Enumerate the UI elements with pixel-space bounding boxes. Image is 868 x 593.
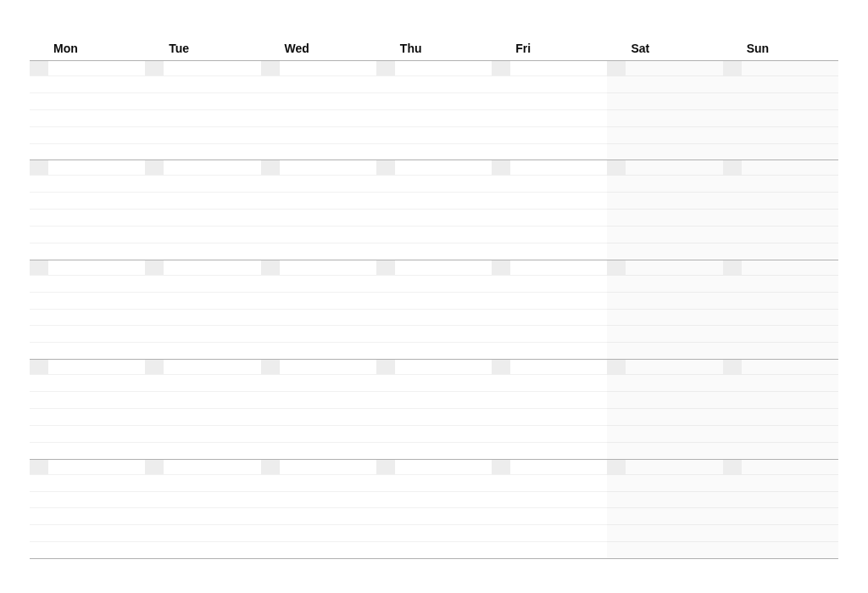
calendar-event-slot[interactable] (723, 541, 838, 542)
calendar-day-cell[interactable] (492, 460, 607, 558)
calendar-day-cell[interactable] (723, 61, 838, 159)
calendar-event-slot[interactable] (607, 309, 722, 310)
calendar-event-slot[interactable] (30, 143, 145, 144)
calendar-event-slot[interactable] (492, 109, 607, 110)
calendar-event-slot[interactable] (723, 209, 838, 210)
calendar-day-body[interactable] (261, 76, 376, 159)
calendar-day-cell[interactable] (145, 160, 260, 259)
calendar-event-slot[interactable] (261, 507, 376, 508)
calendar-day-cell[interactable] (261, 260, 376, 359)
calendar-event-slot[interactable] (30, 309, 145, 310)
calendar-day-cell[interactable] (261, 61, 376, 159)
calendar-event-slot[interactable] (492, 442, 607, 443)
calendar-event-slot[interactable] (723, 391, 838, 392)
calendar-event-slot[interactable] (30, 541, 145, 542)
calendar-day-body[interactable] (145, 276, 260, 359)
calendar-day-body[interactable] (376, 375, 492, 458)
calendar-day-cell[interactable] (723, 360, 838, 458)
calendar-event-slot[interactable] (376, 143, 492, 144)
calendar-event-slot[interactable] (145, 342, 260, 343)
calendar-day-body[interactable] (376, 176, 492, 259)
calendar-event-slot[interactable] (261, 243, 376, 243)
calendar-event-slot[interactable] (723, 226, 838, 227)
calendar-event-slot[interactable] (376, 541, 492, 542)
calendar-event-slot[interactable] (30, 92, 145, 93)
calendar-event-slot[interactable] (607, 126, 722, 127)
calendar-event-slot[interactable] (145, 524, 260, 525)
calendar-day-body[interactable] (145, 76, 260, 159)
calendar-event-slot[interactable] (376, 126, 492, 127)
calendar-event-slot[interactable] (145, 243, 260, 243)
calendar-event-slot[interactable] (30, 425, 145, 426)
calendar-day-body[interactable] (492, 276, 607, 359)
calendar-day-cell[interactable] (607, 460, 722, 558)
calendar-event-slot[interactable] (723, 109, 838, 110)
calendar-event-slot[interactable] (723, 442, 838, 443)
calendar-event-slot[interactable] (492, 126, 607, 127)
calendar-event-slot[interactable] (492, 541, 607, 542)
calendar-day-body[interactable] (145, 475, 260, 558)
calendar-event-slot[interactable] (30, 342, 145, 343)
calendar-day-body[interactable] (607, 276, 722, 359)
calendar-day-cell[interactable] (30, 260, 145, 359)
calendar-event-slot[interactable] (376, 391, 492, 392)
calendar-day-body[interactable] (607, 76, 722, 159)
calendar-event-slot[interactable] (30, 192, 145, 193)
calendar-event-slot[interactable] (723, 92, 838, 93)
calendar-event-slot[interactable] (261, 92, 376, 93)
calendar-event-slot[interactable] (30, 243, 145, 243)
calendar-day-body[interactable] (723, 176, 838, 259)
calendar-event-slot[interactable] (145, 143, 260, 144)
calendar-event-slot[interactable] (261, 109, 376, 110)
calendar-day-body[interactable] (261, 375, 376, 458)
calendar-day-body[interactable] (607, 475, 722, 558)
calendar-event-slot[interactable] (145, 391, 260, 392)
calendar-day-body[interactable] (492, 176, 607, 259)
calendar-event-slot[interactable] (145, 192, 260, 193)
calendar-day-cell[interactable] (376, 360, 492, 458)
calendar-day-body[interactable] (723, 375, 838, 458)
calendar-event-slot[interactable] (492, 408, 607, 409)
calendar-event-slot[interactable] (723, 126, 838, 127)
calendar-event-slot[interactable] (607, 408, 722, 409)
calendar-day-cell[interactable] (261, 460, 376, 558)
calendar-day-cell[interactable] (492, 61, 607, 159)
calendar-day-body[interactable] (492, 375, 607, 458)
calendar-day-body[interactable] (30, 375, 145, 458)
calendar-event-slot[interactable] (261, 309, 376, 310)
calendar-event-slot[interactable] (145, 209, 260, 210)
calendar-day-body[interactable] (30, 176, 145, 259)
calendar-day-cell[interactable] (30, 61, 145, 159)
calendar-event-slot[interactable] (723, 243, 838, 243)
calendar-event-slot[interactable] (261, 491, 376, 492)
calendar-day-body[interactable] (145, 176, 260, 259)
calendar-event-slot[interactable] (492, 92, 607, 93)
calendar-event-slot[interactable] (492, 243, 607, 243)
calendar-event-slot[interactable] (376, 524, 492, 525)
calendar-event-slot[interactable] (492, 325, 607, 326)
calendar-event-slot[interactable] (145, 92, 260, 93)
calendar-event-slot[interactable] (261, 408, 376, 409)
calendar-day-body[interactable] (607, 375, 722, 458)
calendar-event-slot[interactable] (145, 491, 260, 492)
calendar-day-cell[interactable] (607, 160, 722, 259)
calendar-event-slot[interactable] (145, 325, 260, 326)
calendar-day-body[interactable] (492, 475, 607, 558)
calendar-event-slot[interactable] (607, 292, 722, 293)
calendar-day-body[interactable] (607, 176, 722, 259)
calendar-event-slot[interactable] (607, 109, 722, 110)
calendar-event-slot[interactable] (261, 524, 376, 525)
calendar-event-slot[interactable] (492, 309, 607, 310)
calendar-event-slot[interactable] (376, 507, 492, 508)
calendar-event-slot[interactable] (145, 309, 260, 310)
calendar-event-slot[interactable] (30, 391, 145, 392)
calendar-day-cell[interactable] (145, 460, 260, 558)
calendar-event-slot[interactable] (261, 126, 376, 127)
calendar-day-cell[interactable] (376, 460, 492, 558)
calendar-event-slot[interactable] (145, 408, 260, 409)
calendar-event-slot[interactable] (376, 226, 492, 227)
calendar-event-slot[interactable] (607, 391, 722, 392)
calendar-day-body[interactable] (261, 176, 376, 259)
calendar-day-body[interactable] (30, 276, 145, 359)
calendar-day-cell[interactable] (376, 61, 492, 159)
